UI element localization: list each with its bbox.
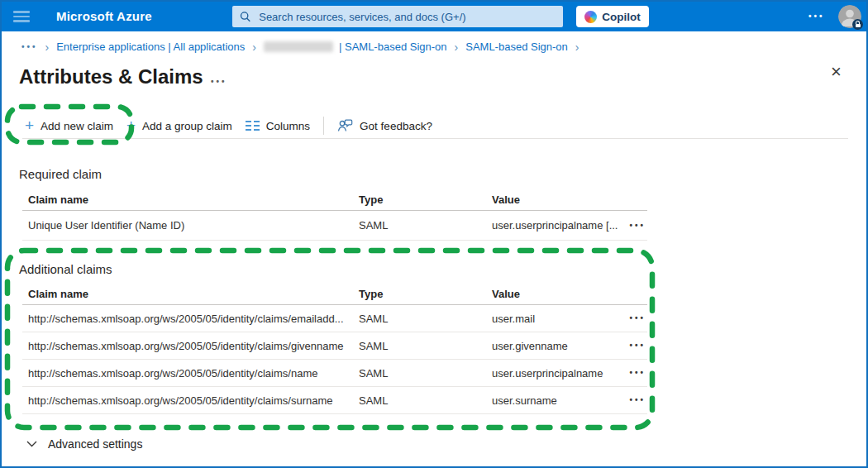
close-icon[interactable]: ×	[831, 63, 842, 81]
plus-icon: +	[25, 117, 34, 133]
claim-value-cell: user.surname	[492, 394, 622, 407]
table-row[interactable]: http://schemas.xmlsoap.org/ws/2005/05/id…	[22, 360, 647, 387]
breadcrumb-saml-signon[interactable]: SAML-based Sign-on	[465, 41, 568, 53]
additional-claims-heading: Additional claims	[19, 262, 112, 276]
table-row[interactable]: Unique User Identifier (Name ID) SAML us…	[22, 211, 647, 241]
claim-value-cell: user.userprincipalname [...	[492, 219, 622, 232]
claim-value-cell: user.givenname	[492, 340, 622, 352]
toolbar-separator-line	[22, 138, 848, 139]
claim-name-cell: Unique User Identifier (Name ID)	[22, 219, 359, 232]
breadcrumb-separator: ›	[575, 41, 579, 54]
advanced-settings-label: Advanced settings	[48, 437, 142, 451]
column-header-type: Type	[359, 288, 492, 300]
top-bar: Microsoft Azure Copilot •••	[2, 2, 866, 31]
required-claim-heading: Required claim	[19, 167, 102, 181]
column-header-claim-name: Claim name	[22, 288, 359, 300]
command-bar: + Add new claim + Add a group claim Colu…	[25, 114, 432, 137]
claim-type-cell: SAML	[359, 367, 492, 380]
breadcrumb-app-saml-signon[interactable]: | SAML-based Sign-on	[264, 41, 447, 53]
table-header-row: Claim name Type Value	[22, 189, 647, 211]
breadcrumb-separator: ›	[45, 41, 50, 54]
breadcrumb: ••• › Enterprise applications | All appl…	[2, 31, 866, 62]
row-menu-icon[interactable]: •••	[622, 369, 647, 377]
plus-icon: +	[126, 117, 136, 133]
got-feedback-label: Got feedback?	[360, 120, 432, 132]
additional-claims-table: Claim name Type Value http://schemas.xml…	[22, 284, 647, 414]
feedback-person-icon	[337, 119, 353, 132]
global-search-box[interactable]	[232, 6, 563, 27]
account-avatar[interactable]	[838, 5, 861, 28]
columns-icon	[246, 121, 260, 131]
azure-portal-window: Microsoft Azure Copilot •••	[0, 0, 868, 468]
row-menu-icon[interactable]: •••	[622, 222, 647, 230]
table-row[interactable]: http://schemas.xmlsoap.org/ws/2005/05/id…	[22, 332, 647, 360]
table-header-row: Claim name Type Value	[22, 284, 647, 305]
copilot-button[interactable]: Copilot	[576, 6, 649, 27]
row-menu-icon[interactable]: •••	[622, 341, 647, 350]
column-header-claim-name: Claim name	[22, 193, 359, 206]
column-header-value: Value	[492, 288, 622, 300]
breadcrumb-app-suffix: | SAML-based Sign-on	[339, 41, 447, 53]
required-claim-table: Claim name Type Value Unique User Identi…	[22, 189, 647, 241]
page-title-more-icon[interactable]: •••	[211, 78, 227, 86]
claim-name-cell: http://schemas.xmlsoap.org/ws/2005/05/id…	[22, 394, 359, 407]
column-header-type: Type	[359, 193, 492, 206]
add-group-claim-button[interactable]: + Add a group claim	[126, 119, 232, 133]
add-new-claim-label: Add new claim	[41, 120, 113, 132]
brand-title[interactable]: Microsoft Azure	[56, 9, 152, 23]
claim-type-cell: SAML	[359, 219, 492, 232]
search-input[interactable]	[257, 10, 556, 24]
breadcrumb-enterprise-applications[interactable]: Enterprise applications | All applicatio…	[56, 41, 245, 53]
breadcrumb-separator: ›	[252, 41, 256, 54]
column-header-value: Value	[492, 193, 622, 206]
claim-value-cell: user.mail	[492, 313, 622, 325]
hamburger-menu-icon[interactable]	[13, 11, 30, 22]
breadcrumb-collapsed-icon[interactable]: •••	[21, 43, 38, 51]
page-title: Attributes & Claims	[19, 65, 203, 88]
search-icon	[240, 11, 250, 22]
claim-name-cell: http://schemas.xmlsoap.org/ws/2005/05/id…	[22, 340, 359, 352]
advanced-settings-toggle[interactable]: Advanced settings	[26, 437, 142, 451]
claim-name-cell: http://schemas.xmlsoap.org/ws/2005/05/id…	[22, 313, 359, 325]
topbar-more-icon[interactable]: •••	[808, 12, 825, 21]
toolbar-divider	[323, 117, 324, 135]
add-new-claim-button[interactable]: + Add new claim	[25, 119, 113, 133]
breadcrumb-separator: ›	[455, 41, 459, 54]
row-menu-icon[interactable]: •••	[622, 314, 647, 322]
row-menu-icon[interactable]: •••	[622, 396, 647, 404]
columns-label: Columns	[266, 120, 310, 132]
claim-name-cell: http://schemas.xmlsoap.org/ws/2005/05/id…	[22, 367, 359, 380]
lock-badge-icon	[852, 19, 863, 30]
copilot-icon	[584, 11, 597, 23]
claim-type-cell: SAML	[359, 313, 492, 325]
copilot-label: Copilot	[602, 11, 641, 23]
got-feedback-button[interactable]: Got feedback?	[337, 119, 432, 132]
claim-type-cell: SAML	[359, 340, 492, 352]
claim-value-cell: user.userprincipalname	[492, 367, 622, 380]
breadcrumb-redacted-app-name	[264, 41, 333, 52]
columns-button[interactable]: Columns	[246, 120, 310, 132]
chevron-down-icon	[26, 441, 37, 447]
add-group-claim-label: Add a group claim	[142, 120, 232, 132]
claim-type-cell: SAML	[359, 394, 492, 407]
table-row[interactable]: http://schemas.xmlsoap.org/ws/2005/05/id…	[22, 305, 647, 332]
table-row[interactable]: http://schemas.xmlsoap.org/ws/2005/05/id…	[22, 387, 647, 414]
